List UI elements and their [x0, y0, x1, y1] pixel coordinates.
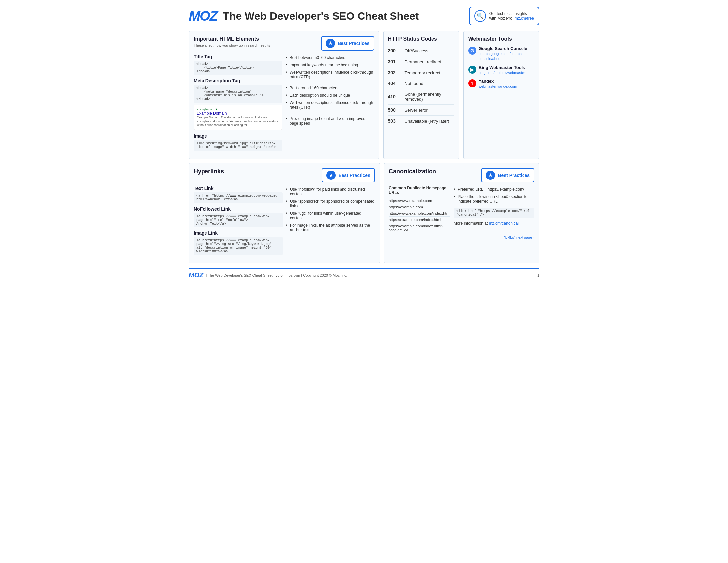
image-practices: Providing image height and width improve…	[286, 115, 374, 127]
webmaster-tools-title: Webmaster Tools	[468, 36, 534, 42]
html-best-practices-badge: ★ Best Practices	[321, 36, 374, 51]
image-link-block: Image Link <a href="https://www.example.…	[194, 230, 283, 255]
next-page: "URLs" next page ›	[389, 235, 534, 239]
status-row-404: 404 Not found	[388, 78, 454, 89]
image-bp-list: Providing image height and width improve…	[286, 115, 374, 127]
canonicalization-section: Canonicalization ★ Best Practices Common…	[384, 163, 539, 263]
http-status-title: HTTP Status Codes	[388, 36, 454, 42]
footer-logo: MOZ	[189, 271, 203, 279]
image-block: Image <img src="img/keyword.jpg" alt="de…	[194, 133, 282, 151]
serp-desc: Example Domain. This domain is for use i…	[197, 116, 279, 127]
promo-text: Get technical insights with Moz Pro: mz.…	[489, 11, 534, 21]
hyperlinks-title: Hyperlinks	[194, 168, 224, 175]
status-row-302: 302 Temporary redirect	[388, 67, 454, 78]
status-row-503: 503 Unavailable (retry later)	[388, 116, 454, 126]
html-elements-section: Important HTML Elements These affect how…	[189, 31, 379, 159]
http-status-section: HTTP Status Codes 200 OK/Success 301 Per…	[383, 31, 459, 159]
bing-icon: ▶	[468, 66, 476, 73]
bing-url[interactable]: bing.com/toolbox/webmaster	[479, 70, 525, 74]
footer-text: | The Web Developer's SEO Cheat Sheet | …	[206, 273, 347, 277]
image-code: <img src="img/keyword.jpg" alt="descrip-…	[194, 140, 282, 151]
header-left: MOZ The Web Developer's SEO Cheat Sheet	[189, 8, 419, 24]
html-elements-subtitle: These affect how you show up in search r…	[194, 43, 270, 47]
meta-desc-code: <head> <meta name="description" content=…	[194, 85, 282, 103]
footer-page-number: 1	[537, 273, 539, 277]
promo-link[interactable]: mz.cm/free	[515, 16, 534, 21]
title-tag-code: <head> <title>Page Title</title> </head>	[194, 61, 282, 75]
google-url[interactable]: search.google.com/search-console/about	[479, 52, 523, 61]
duplicate-title: Common Duplicate Homepage URLs	[389, 186, 450, 195]
status-row-410: 410 Gone (permanently removed)	[388, 89, 454, 105]
header-promo: 🔍 Get technical insights with Moz Pro: m…	[469, 7, 539, 25]
status-table: 200 OK/Success 301 Permanent redirect 30…	[388, 45, 454, 126]
hyperlinks-best-practices-badge: ★ Best Practices	[322, 168, 375, 182]
status-row-200: 200 OK/Success	[388, 45, 454, 56]
serp-preview: example.com ▼ Example Domain Example Dom…	[194, 105, 282, 130]
canon-bp-list: Preferred URL = https://example.com/ Pla…	[454, 186, 534, 205]
hyperlinks-bp-icon: ★	[326, 170, 336, 180]
title-tag-block: Title Tag <head> <title>Page Title</titl…	[194, 54, 282, 75]
hyperlinks-section: Hyperlinks ★ Best Practices Text Link <a…	[189, 163, 380, 263]
header: MOZ The Web Developer's SEO Cheat Sheet …	[189, 7, 539, 25]
html-elements-title: Important HTML Elements	[194, 36, 270, 42]
hyperlinks-bp-list: Use "nofollow" for paid links and distru…	[286, 186, 375, 233]
footer-left: MOZ | The Web Developer's SEO Cheat Shee…	[189, 271, 347, 279]
bing-details: Bing Webmaster Tools bing.com/toolbox/we…	[479, 65, 525, 75]
title-tag-name: Title Tag	[194, 54, 282, 59]
google-search-console-item: G Google Search Console search.google.co…	[468, 46, 534, 61]
canon-bp-icon: ★	[486, 170, 495, 180]
meta-bp-list: Best around 160 characters Each descript…	[286, 84, 374, 111]
promo-icon: 🔍	[474, 10, 486, 22]
meta-desc-block: Meta Description Tag <head> <meta name="…	[194, 78, 282, 130]
status-row-500: 500 Server error	[388, 105, 454, 116]
text-link-block: Text Link <a href="https://www.example.c…	[194, 186, 283, 203]
google-icon: G	[468, 47, 476, 55]
canon-best-practices-badge: ★ Best Practices	[481, 168, 534, 182]
canon-more-info: More information at mz.cm/canonical	[454, 221, 534, 225]
yandex-icon: Y	[468, 79, 476, 87]
yandex-details: Yandex webmaster.yandex.com	[479, 79, 517, 89]
webmaster-tools-section: Webmaster Tools G Google Search Console …	[463, 31, 539, 159]
footer: MOZ | The Web Developer's SEO Cheat Shee…	[189, 268, 539, 279]
serp-title: Example Domain	[197, 111, 279, 116]
nofollowed-link-block: NoFollowed Link <a href="https://www.exa…	[194, 206, 283, 227]
title-tag-bp-list: Best between 50–60 characters Important …	[286, 54, 374, 80]
canon-title: Canonicalization	[389, 168, 436, 175]
canon-link[interactable]: mz.cm/canonical	[489, 221, 519, 225]
google-details: Google Search Console search.google.com/…	[479, 46, 534, 61]
moz-logo: MOZ	[189, 8, 217, 24]
header-title: The Web Developer's SEO Cheat Sheet	[223, 10, 419, 22]
status-row-301: 301 Permanent redirect	[388, 56, 454, 67]
image-name: Image	[194, 133, 282, 139]
yandex-item: Y Yandex webmaster.yandex.com	[468, 79, 534, 89]
meta-desc-name: Meta Description Tag	[194, 78, 282, 83]
title-tag-practices: Best between 50–60 characters Important …	[286, 54, 374, 80]
bing-webmaster-item: ▶ Bing Webmaster Tools bing.com/toolbox/…	[468, 65, 534, 75]
bp-icon: ★	[326, 39, 335, 48]
yandex-url[interactable]: webmaster.yandex.com	[479, 84, 517, 88]
serp-url: example.com ▼	[197, 108, 279, 111]
meta-desc-practices: Best around 160 characters Each descript…	[286, 84, 374, 111]
